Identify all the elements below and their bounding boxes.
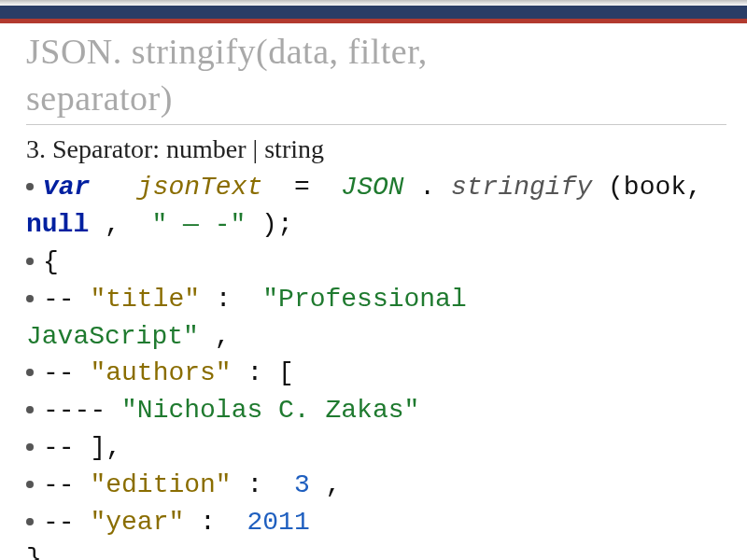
code-line-8: -- "edition" : 3 , bbox=[26, 468, 726, 503]
var-keyword: var bbox=[43, 173, 90, 202]
title-divider bbox=[26, 124, 726, 125]
year-key: "year" bbox=[90, 508, 184, 537]
code-line-7: -- ], bbox=[26, 430, 726, 466]
bullet-icon bbox=[26, 295, 34, 302]
null-keyword: null bbox=[26, 210, 89, 239]
code-line-4: -- "title" : "Professional bbox=[26, 282, 726, 317]
colon: : bbox=[216, 285, 247, 314]
author-value: "Nicholas C. Zakas" bbox=[121, 396, 419, 425]
top-shadow bbox=[0, 0, 747, 6]
colon: : bbox=[247, 470, 278, 499]
slide-content: JSON. stringify(data, filter, separator)… bbox=[26, 32, 726, 560]
code-line-9: -- "year" : 2011 bbox=[26, 505, 726, 540]
indent-marks: -- bbox=[43, 285, 75, 314]
open-paren: (book, bbox=[608, 173, 702, 202]
slide-container: JSON. stringify(data, filter, separator)… bbox=[0, 0, 747, 560]
subheading: 3. Separator: number | string bbox=[26, 134, 726, 164]
json-class: JSON bbox=[341, 173, 403, 202]
code-block: var jsonText = JSON . stringify (book, n… bbox=[26, 170, 726, 560]
dot: . bbox=[419, 173, 435, 202]
indent-marks: -- bbox=[43, 358, 75, 387]
title-key: "title" bbox=[90, 285, 200, 314]
slide-title-line2: separator) bbox=[26, 78, 726, 119]
open-brace: { bbox=[43, 245, 59, 280]
comma: , bbox=[215, 322, 231, 351]
close-bracket: ], bbox=[90, 433, 121, 462]
authors-key: "authors" bbox=[90, 358, 231, 387]
bullet-icon bbox=[26, 518, 34, 525]
bullet-icon bbox=[26, 183, 34, 190]
code-line-6: ---- "Nicholas C. Zakas" bbox=[26, 393, 726, 428]
code-line-10: } bbox=[26, 541, 726, 560]
bullet-icon bbox=[26, 258, 34, 265]
comma: , bbox=[326, 470, 342, 499]
comma: , bbox=[105, 210, 136, 239]
close-brace: } bbox=[26, 544, 42, 560]
title-value-part1: "Professional bbox=[262, 285, 466, 314]
header-band bbox=[0, 6, 747, 19]
colon: : bbox=[200, 508, 232, 537]
var-name: jsonText bbox=[137, 173, 262, 202]
indent-marks: ---- bbox=[43, 396, 106, 425]
code-line-2: null , " — -" ); bbox=[26, 207, 726, 243]
code-line-1: var jsonText = JSON . stringify (book, bbox=[26, 170, 726, 205]
code-line-4b: JavaScript" , bbox=[26, 319, 726, 355]
title-value-part2: JavaScript" bbox=[26, 322, 199, 351]
code-line-5: -- "authors" : [ bbox=[26, 356, 726, 391]
year-value: 2011 bbox=[247, 508, 309, 537]
edition-value: 3 bbox=[294, 470, 310, 499]
bullet-icon bbox=[26, 481, 34, 488]
edition-key: "edition" bbox=[90, 470, 231, 499]
slide-title-line1: JSON. stringify(data, filter, bbox=[26, 32, 726, 73]
code-line-3: { bbox=[26, 245, 726, 280]
bullet-icon bbox=[26, 369, 34, 376]
stringify-method: stringify bbox=[451, 173, 592, 202]
bullet-icon bbox=[26, 406, 34, 413]
indent-marks: -- bbox=[43, 470, 75, 499]
indent-marks: -- bbox=[43, 433, 75, 462]
equals: = bbox=[278, 173, 325, 202]
bullet-icon bbox=[26, 443, 34, 451]
colon-bracket: : [ bbox=[247, 358, 293, 387]
separator-string: " — -" bbox=[151, 210, 246, 239]
close-call: ); bbox=[261, 210, 293, 239]
indent-marks: -- bbox=[43, 508, 75, 537]
